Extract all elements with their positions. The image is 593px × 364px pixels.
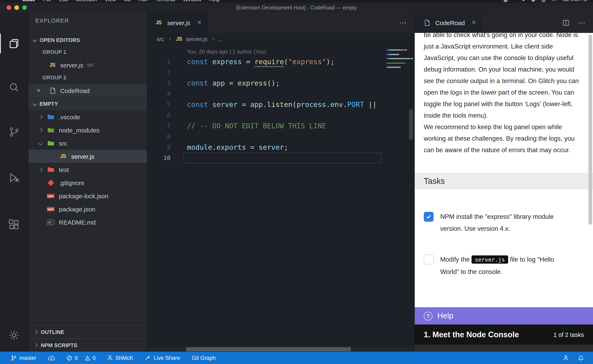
tree-item-label: node_modules	[59, 126, 100, 133]
menu-code[interactable]: Code	[22, 0, 35, 2]
workbench: EXPLORER OPEN EDITORS GROUP 1JSserver.js…	[0, 12, 593, 352]
tree-item-label: package-lock.json	[59, 192, 108, 199]
menubar-status-icon[interactable]: ◉	[531, 0, 535, 2]
tutorial-text: be able to check what’s going on in your…	[415, 33, 593, 164]
activity-search-button[interactable]	[0, 72, 28, 103]
menu-terminal[interactable]: Terminal	[156, 0, 175, 2]
menubar-status-icon[interactable]: ▦	[503, 0, 508, 2]
activity-source-control-button[interactable]	[0, 116, 28, 148]
status-account[interactable]: ShMcK	[107, 355, 133, 361]
menu-bar-clock: Sat 5:43 PM	[562, 0, 587, 2]
help-section[interactable]: ? Help	[415, 307, 593, 325]
gitlens-annotation[interactable]: You, 20 days ago | 1 author (You)	[187, 49, 414, 56]
task-text: Modify the server.js file to log "Hello …	[440, 253, 570, 277]
status-bar: master00ShMcKLive ShareGit Graph	[0, 352, 593, 364]
tree-item-node-modules[interactable]: node_modules	[28, 124, 147, 136]
chevron-right-icon	[211, 37, 214, 41]
next-section-strip	[415, 345, 593, 352]
status-git-graph[interactable]: Git Graph	[192, 355, 216, 361]
webview-scrollbar[interactable]	[588, 35, 592, 225]
md-icon: M↓	[46, 218, 56, 226]
editor-tabs: JSserver.js×	[147, 12, 208, 33]
code-editor[interactable]: You, 20 days ago | 1 author (You) 1const…	[147, 45, 414, 352]
tree-item-package-json[interactable]: npmpackage.json	[28, 202, 147, 215]
chevron-down-icon	[33, 38, 37, 42]
menu-view[interactable]: View	[105, 0, 116, 2]
activity-extensions-button[interactable]	[0, 209, 28, 240]
vertical-scrollbar[interactable]	[409, 109, 413, 140]
breadcrumb-item-src[interactable]: src	[156, 36, 164, 42]
close-window-button[interactable]	[7, 5, 11, 10]
status-branch[interactable]: master	[11, 355, 36, 361]
tree-item-server-js[interactable]: JSserver.js	[28, 150, 147, 163]
minimap[interactable]	[384, 45, 414, 347]
task-checkbox[interactable]	[424, 212, 434, 222]
workspace-header[interactable]: EMPTY	[28, 97, 147, 110]
menu-edit[interactable]: Edit	[59, 0, 68, 2]
file-icon	[47, 87, 57, 94]
status-live-share[interactable]: Live Share	[145, 355, 180, 361]
activity-explorer-button[interactable]	[0, 28, 28, 59]
close-editor-icon[interactable]: ×	[37, 87, 47, 94]
menu-go[interactable]: Go	[124, 0, 131, 2]
tree-item-readme-md[interactable]: M↓README.md	[28, 215, 147, 229]
chevron-down-icon	[33, 102, 37, 106]
tree-item-package-lock-json[interactable]: npmpackage-lock.json	[28, 189, 147, 202]
split-editor-button[interactable]	[562, 19, 570, 26]
chevron-right-icon	[167, 37, 171, 41]
code-text: module.exports = server;	[187, 143, 288, 151]
tree-item-gitignore[interactable]: .gitignore	[28, 176, 147, 189]
horizontal-scrollbar-track[interactable]	[147, 347, 414, 352]
warning-icon	[85, 355, 90, 360]
lesson-progress-bar[interactable]: 1. Meet the Node Console 1 of 2 tasks	[415, 325, 593, 345]
menu-window[interactable]: Window	[183, 0, 201, 2]
open-editor-coderoad[interactable]: ×CodeRoad	[28, 84, 147, 97]
chevron-right-icon	[39, 115, 46, 118]
tree-item-vscode[interactable]: .vscode	[28, 110, 147, 124]
open-editor-server-js[interactable]: JSserver.jssrc	[28, 58, 147, 72]
menubar-status-icon[interactable]: ▸	[523, 0, 525, 2]
section-outline[interactable]: OUTLINE	[28, 325, 147, 338]
status-feedback[interactable]	[563, 355, 569, 361]
menu-file[interactable]: File	[43, 0, 51, 2]
error-icon	[67, 355, 72, 360]
tree-item-test[interactable]: test	[28, 163, 147, 176]
panel-tab-coderoad[interactable]: CodeRoad×	[415, 12, 482, 33]
status-problems[interactable]: 00	[67, 355, 96, 361]
menu-help[interactable]: Help	[209, 0, 220, 2]
status-notifications[interactable]	[578, 355, 584, 361]
maximize-window-button[interactable]	[22, 5, 27, 10]
tree-item-src[interactable]: src	[28, 136, 147, 150]
status-label: Git Graph	[192, 355, 216, 361]
task-checkbox[interactable]	[424, 255, 434, 265]
menu-selection[interactable]: Selection	[76, 0, 97, 2]
section-label: OUTLINE	[41, 329, 64, 335]
close-tab-icon[interactable]: ×	[472, 19, 476, 27]
editor-more-actions-button[interactable]: ···	[400, 19, 407, 26]
branch-icon	[11, 355, 17, 361]
section-npm-scripts[interactable]: NPM SCRIPTS	[28, 338, 147, 352]
status-sync[interactable]	[48, 355, 55, 360]
menu-bar-items: CodeFileEditSelectionViewGoRunTerminalWi…	[22, 0, 220, 2]
close-tab-icon[interactable]: ×	[197, 19, 201, 27]
menubar-status-icon[interactable]: ▭	[552, 0, 556, 2]
activity-settings-button[interactable]	[0, 319, 28, 351]
activity-run-debug-button[interactable]	[0, 162, 28, 193]
open-editors-header[interactable]: OPEN EDITORS	[28, 34, 147, 46]
lesson-title: 1. Meet the Node Console	[424, 330, 553, 339]
breadcrumb-item-server-js[interactable]: JSserver.js	[174, 35, 207, 43]
breadcrumb-item-[interactable]: …	[217, 36, 223, 42]
tree-item-label: src	[59, 140, 67, 147]
line-number: 8	[147, 133, 174, 140]
menubar-status-icon[interactable]: ▥	[541, 0, 546, 2]
editor-tab-server-js[interactable]: JSserver.js×	[147, 12, 208, 33]
panel-more-actions-button[interactable]: ···	[578, 19, 586, 26]
horizontal-scrollbar-thumb[interactable]	[186, 347, 351, 351]
line-number: 6	[147, 112, 174, 118]
tree-item-label: .vscode	[59, 113, 80, 120]
line-number: 3	[147, 80, 174, 86]
menu-run[interactable]: Run	[138, 0, 148, 2]
minimize-window-button[interactable]	[14, 5, 19, 10]
menubar-status-icon[interactable]: ◔	[514, 0, 517, 2]
folder-node-icon	[46, 126, 56, 134]
